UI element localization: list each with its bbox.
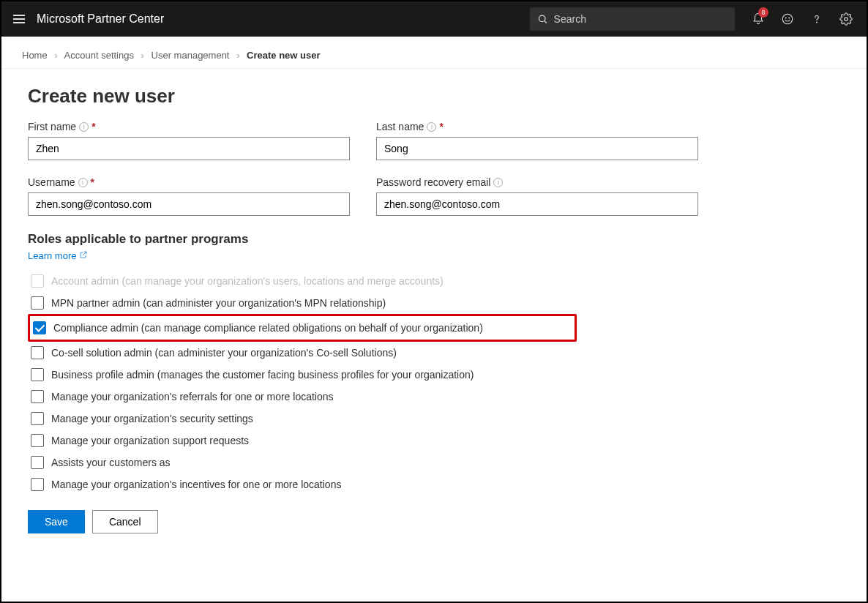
role-checkbox[interactable] [33, 321, 46, 334]
last-name-input[interactable] [376, 137, 698, 160]
first-name-input[interactable] [28, 137, 350, 160]
last-name-label: Last name i * [376, 121, 698, 132]
feedback-button[interactable] [773, 1, 802, 37]
gear-icon [839, 12, 853, 26]
role-row: Co-sell solution admin (can administer y… [28, 342, 840, 364]
app-title: Microsoft Partner Center [37, 12, 164, 26]
role-row: Manage your organization's security sett… [28, 408, 840, 430]
username-label: Username i * [28, 176, 350, 188]
role-checkbox[interactable] [31, 456, 44, 469]
role-label: Account admin (can manage your organizat… [51, 275, 444, 287]
role-label: Compliance admin (can manage compliance … [53, 322, 483, 334]
first-name-field: First name i * [28, 121, 350, 160]
notification-badge: 8 [758, 7, 768, 18]
role-label: MPN partner admin (can administer your o… [51, 297, 386, 309]
save-button[interactable]: Save [28, 510, 85, 533]
role-checkbox[interactable] [31, 478, 44, 491]
role-label: Co-sell solution admin (can administer y… [51, 347, 397, 359]
breadcrumb-home[interactable]: Home [22, 50, 48, 61]
role-checkbox[interactable] [31, 274, 44, 288]
notifications-button[interactable]: 8 [744, 1, 773, 37]
role-label: Manage your organization support request… [51, 435, 249, 446]
main-content: Create new user First name i * Last name… [1, 69, 867, 550]
svg-point-3 [785, 18, 786, 18]
role-row: Manage your organization's referrals for… [28, 386, 840, 408]
role-label: Business profile admin (manages the cust… [51, 369, 474, 381]
role-checkbox[interactable] [31, 296, 44, 310]
name-row: First name i * Last name i * [28, 121, 840, 160]
last-name-field: Last name i * [376, 121, 698, 160]
required-indicator: * [439, 121, 443, 132]
hamburger-menu-button[interactable] [7, 7, 31, 31]
role-checkbox[interactable] [31, 368, 44, 381]
smiley-icon [781, 12, 794, 26]
chevron-right-icon: › [54, 50, 57, 61]
page-title: Create new user [28, 85, 840, 108]
cancel-button[interactable]: Cancel [92, 510, 158, 533]
role-row: Compliance admin (can manage compliance … [28, 314, 577, 342]
role-row: Manage your organization support request… [28, 430, 840, 452]
role-row: Assists your customers as [28, 452, 840, 473]
role-checkbox[interactable] [31, 390, 44, 403]
learn-more-link[interactable]: Learn more [28, 250, 88, 261]
role-row: Account admin (can manage your organizat… [28, 270, 840, 292]
username-input[interactable] [28, 192, 350, 216]
chevron-right-icon: › [141, 50, 144, 61]
recovery-email-input[interactable] [376, 192, 698, 216]
required-indicator: * [91, 121, 95, 132]
question-icon [810, 12, 823, 26]
action-bar: Save Cancel [28, 510, 840, 533]
breadcrumb-account-settings[interactable]: Account settings [64, 50, 134, 61]
info-icon[interactable]: i [427, 122, 436, 132]
search-icon [537, 13, 548, 25]
svg-line-1 [545, 20, 547, 23]
svg-point-6 [845, 18, 848, 21]
role-row: Manage your organization's incentives fo… [28, 473, 840, 495]
breadcrumb-user-management[interactable]: User management [151, 50, 230, 61]
search-input[interactable] [554, 13, 727, 25]
svg-point-0 [539, 15, 545, 22]
role-checkbox[interactable] [31, 346, 44, 359]
role-label: Assists your customers as [51, 457, 171, 468]
role-checkbox[interactable] [31, 412, 44, 425]
svg-point-4 [789, 18, 790, 18]
top-header: Microsoft Partner Center 8 [1, 1, 867, 37]
recovery-email-label: Password recovery email i [376, 176, 698, 188]
role-row: MPN partner admin (can administer your o… [28, 292, 840, 314]
role-label: Manage your organization's incentives fo… [51, 479, 341, 490]
role-row: Business profile admin (manages the cust… [28, 364, 840, 386]
role-label: Manage your organization's referrals for… [51, 391, 334, 402]
credentials-row: Username i * Password recovery email i [28, 176, 840, 216]
required-indicator: * [91, 176, 94, 188]
external-link-icon [79, 250, 88, 261]
breadcrumb-current: Create new user [247, 50, 320, 61]
info-icon[interactable]: i [493, 178, 503, 187]
first-name-label: First name i * [28, 121, 350, 132]
breadcrumb: Home › Account settings › User managemen… [1, 37, 867, 69]
info-icon[interactable]: i [79, 122, 89, 132]
settings-button[interactable] [831, 1, 861, 37]
hamburger-icon [13, 18, 25, 20]
role-label: Manage your organization's security sett… [51, 413, 253, 424]
roles-list: Account admin (can manage your organizat… [28, 270, 840, 495]
svg-point-2 [782, 14, 793, 24]
roles-section-title: Roles applicable to partner programs [28, 232, 840, 247]
recovery-email-field: Password recovery email i [376, 176, 698, 216]
username-field: Username i * [28, 176, 350, 216]
svg-point-5 [817, 22, 818, 23]
chevron-right-icon: › [236, 50, 239, 61]
help-button[interactable] [802, 1, 831, 37]
info-icon[interactable]: i [78, 178, 88, 187]
search-box[interactable] [530, 7, 735, 31]
role-checkbox[interactable] [31, 434, 44, 447]
